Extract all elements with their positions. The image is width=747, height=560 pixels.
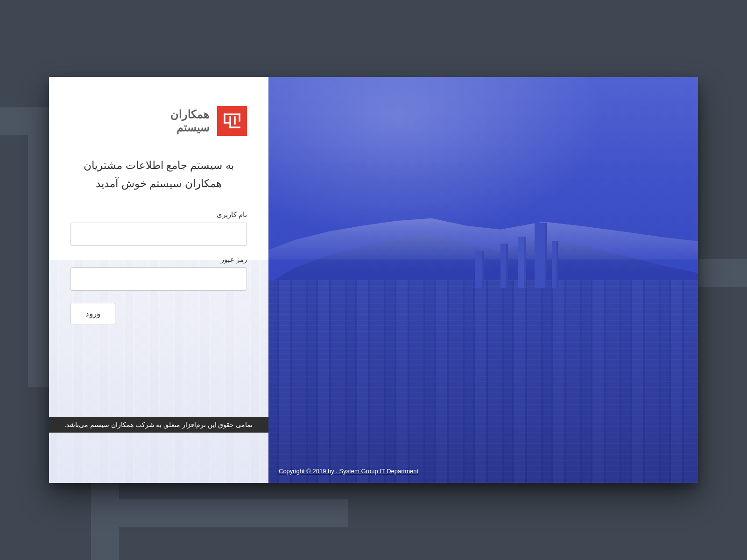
password-field-group: رمز عبور	[70, 255, 247, 291]
username-label: نام کاربری	[70, 210, 247, 219]
welcome-line2: همکاران سیستم خوش آمدید	[70, 175, 247, 193]
bg-decoration	[119, 499, 348, 527]
password-label: رمز عبور	[70, 255, 247, 264]
login-window: Copyright © 2019 by . System Group IT De…	[49, 77, 698, 483]
brand-logo: همکاران سیستم	[70, 106, 247, 136]
login-button[interactable]: ورود	[70, 303, 115, 324]
brand-line2: سیستم	[170, 121, 210, 134]
form-actions: ورود	[70, 303, 247, 324]
welcome-line1: به سیستم جامع اطلاعات مشتریان	[70, 156, 247, 175]
hero-image: Copyright © 2019 by . System Group IT De…	[268, 77, 698, 483]
bg-decoration	[0, 107, 56, 135]
hero-tint	[268, 77, 698, 483]
username-field-group: نام کاربری	[70, 210, 247, 246]
login-panel: همکاران سیستم به سیستم جامع اطلاعات مشتر…	[49, 77, 268, 483]
brand-logo-text: همکاران سیستم	[170, 108, 210, 133]
welcome-heading: به سیستم جامع اطلاعات مشتریان همکاران سی…	[70, 156, 247, 193]
brand-logo-icon	[217, 106, 247, 136]
rights-notice: تمامی حقوق این نرم‌افزار متعلق به شرکت ه…	[49, 417, 268, 433]
panel-faded-bg	[49, 260, 268, 483]
password-input[interactable]	[70, 267, 247, 291]
bg-decoration	[91, 471, 119, 560]
brand-line1: همکاران	[170, 108, 210, 121]
copyright-text: Copyright © 2019 by . System Group IT De…	[279, 468, 418, 475]
username-input[interactable]	[70, 223, 247, 246]
